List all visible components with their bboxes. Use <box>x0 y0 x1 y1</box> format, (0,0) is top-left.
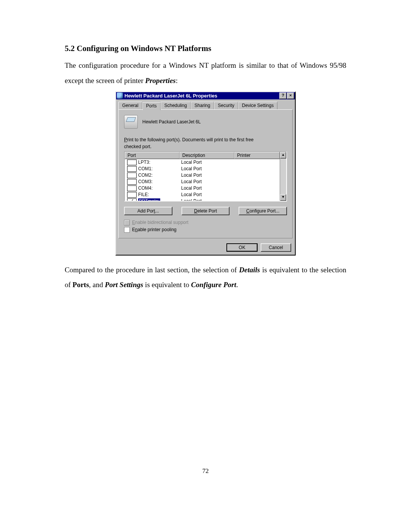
port-row[interactable]: COM2:Local Port <box>125 172 280 179</box>
printer-large-icon <box>124 115 138 129</box>
port-description: Local Port <box>179 159 233 165</box>
enable-bidirectional-checkbox <box>124 220 130 225</box>
port-printer <box>233 168 280 169</box>
port-checkbox[interactable] <box>127 179 137 185</box>
tab-ports[interactable]: Ports <box>142 102 161 110</box>
tab-general[interactable]: General <box>118 102 142 110</box>
delete-port-button[interactable]: Delete Port <box>182 207 230 215</box>
port-printer <box>233 175 280 176</box>
port-name: COM4: <box>138 185 153 191</box>
port-checkbox[interactable] <box>127 173 137 178</box>
scroll-up-button[interactable]: ▲ <box>280 152 286 158</box>
titlebar[interactable]: Hewlett Packard LaserJet 6L Properties ?… <box>116 92 295 99</box>
titlebar-text: Hewlett Packard LaserJet 6L Properties <box>124 93 279 99</box>
port-row[interactable]: COM1:Local Port <box>125 166 280 172</box>
tab-device-settings[interactable]: Device Settings <box>238 102 277 110</box>
port-name: PRTmate: <box>138 198 160 201</box>
section-heading: 5.2 Configuring on Windows NT Platforms <box>65 44 346 53</box>
tab-security[interactable]: Security <box>214 102 238 110</box>
port-description: Local Port <box>179 192 233 198</box>
ports-term: Ports <box>73 281 89 289</box>
details-term: Details <box>239 266 260 274</box>
port-checkbox[interactable]: ✓ <box>127 198 137 201</box>
port-checkbox[interactable] <box>127 166 137 172</box>
port-description: Local Port <box>179 179 233 185</box>
properties-dialog: Hewlett Packard LaserJet 6L Properties ?… <box>115 91 296 256</box>
port-row[interactable]: COM3:Local Port <box>125 179 280 185</box>
port-checkbox[interactable] <box>127 192 137 198</box>
text: Compared to the procedure in last sectio… <box>65 266 239 274</box>
port-list[interactable]: Port Description Printer LPT3:Local Port… <box>124 151 287 201</box>
ok-button[interactable]: OK <box>226 243 258 252</box>
port-name: COM3: <box>138 179 153 184</box>
enable-pooling-label: Enable printer pooling <box>132 227 177 232</box>
intro-paragraph: The configuration procedure for a Window… <box>65 58 346 88</box>
scroll-track[interactable] <box>280 158 286 194</box>
outro-paragraph: Compared to the procedure in last sectio… <box>65 262 346 293</box>
port-row[interactable]: FILE:Local Port <box>125 192 280 198</box>
cancel-button[interactable]: Cancel <box>261 243 291 252</box>
ports-panel: Hewlett Packard LaserJet 6L Print to the… <box>118 109 293 238</box>
add-port-button[interactable]: Add Port... <box>124 207 172 215</box>
configure-port-term: Configure Port <box>191 281 236 289</box>
port-description: Local Port <box>179 185 233 191</box>
port-row[interactable]: COM4:Local Port <box>125 185 280 192</box>
port-checkbox[interactable] <box>127 185 137 191</box>
scroll-down-button[interactable]: ▼ <box>280 194 286 201</box>
text: The configuration procedure for a Window… <box>65 61 346 85</box>
port-printer <box>233 194 280 195</box>
instruction-line2: checked port. <box>124 144 287 149</box>
port-name: COM2: <box>138 173 153 178</box>
port-description: Local Port <box>179 166 233 172</box>
port-name: LPT3: <box>138 160 150 165</box>
configure-port-button[interactable]: Configure Port... <box>239 207 287 215</box>
col-port-header[interactable]: Port <box>125 152 180 159</box>
port-list-scrollbar[interactable]: ▲ ▼ <box>280 152 286 201</box>
printer-icon <box>117 93 123 99</box>
port-row[interactable]: LPT3:Local Port <box>125 159 280 166</box>
port-name: FILE: <box>138 192 149 197</box>
text: is equivalent to <box>143 281 191 289</box>
port-list-header: Port Description Printer <box>125 152 280 159</box>
port-name: COM1: <box>138 166 153 171</box>
properties-term: Properties <box>145 77 176 85</box>
close-button[interactable]: × <box>287 93 294 99</box>
text: : <box>176 77 178 85</box>
port-settings-term: Port Settings <box>105 281 143 289</box>
tab-strip: General Ports Scheduling Sharing Securit… <box>116 99 295 110</box>
col-desc-header[interactable]: Description <box>180 152 234 159</box>
instruction-line1: Print to the following port(s). Document… <box>124 137 287 142</box>
port-description: Local Port <box>179 198 233 201</box>
page-number: 72 <box>0 467 411 475</box>
enable-pooling-checkbox[interactable] <box>124 227 130 233</box>
tab-sharing[interactable]: Sharing <box>191 102 214 110</box>
port-checkbox[interactable] <box>127 160 137 165</box>
enable-bidirectional-label: Enable bidirectional support <box>132 220 188 225</box>
port-row[interactable]: ✓PRTmate:Local Port <box>125 198 280 201</box>
text: . <box>236 281 238 289</box>
col-printer-header[interactable]: Printer <box>234 152 280 159</box>
text: , and <box>89 281 105 289</box>
port-printer <box>233 188 280 189</box>
port-printer <box>233 181 280 182</box>
printer-name-label: Hewlett Packard LaserJet 6L <box>142 119 201 125</box>
port-description: Local Port <box>179 172 233 178</box>
port-printer <box>233 162 280 163</box>
tab-scheduling[interactable]: Scheduling <box>161 102 191 110</box>
help-button[interactable]: ? <box>279 93 287 99</box>
